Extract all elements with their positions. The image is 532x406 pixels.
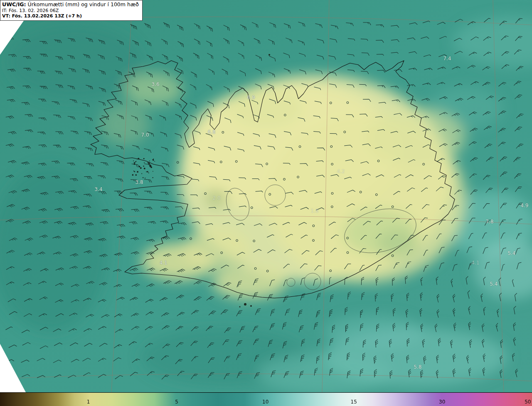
init-time: IT: Fös. 13. 02. 2026 06Z	[2, 8, 139, 14]
colorbar-tick: 10	[262, 399, 268, 405]
legend-box: UWC/IG: Úrkomumætti (mm) og vindur í 100…	[0, 0, 143, 21]
map-title-line: UWC/IG: Úrkomumætti (mm) og vindur í 100…	[2, 1, 139, 8]
colorbar-tick: 50	[525, 399, 531, 405]
weather-map	[0, 0, 532, 392]
colorbar-tick: 5	[175, 399, 178, 405]
model-label: UWC/IG:	[2, 1, 26, 7]
weather-map-page: 7.43.66.96.87.03.83.44.97.85.44.14.15.45…	[0, 0, 532, 406]
colorbar-tick: 1	[87, 399, 90, 405]
map-title: Úrkomumætti (mm) og vindur í 100m hæð	[28, 1, 139, 7]
colorbar: 1510153050	[0, 392, 532, 406]
colorbar-tick: 15	[351, 399, 357, 405]
valid-time: VT: Fös. 13.02.2026 13Z (+7 h)	[2, 13, 139, 19]
colorbar-tick: 30	[439, 399, 445, 405]
